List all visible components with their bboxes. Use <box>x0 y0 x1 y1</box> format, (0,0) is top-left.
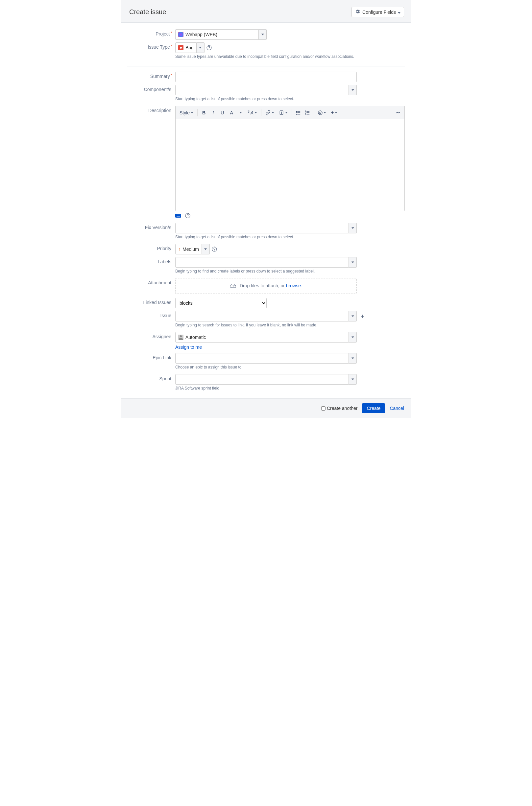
svg-rect-18 <box>176 215 180 215</box>
issue-helper: Begin typing to search for issues to lin… <box>175 323 405 327</box>
summary-input[interactable] <box>175 72 357 82</box>
svg-rect-14 <box>306 114 309 114</box>
assignee-dropdown-caret[interactable] <box>349 332 357 343</box>
epic-link-select[interactable] <box>175 353 349 364</box>
cancel-button[interactable]: Cancel <box>390 406 404 411</box>
assignee-row: Assignee Automatic Assign to me <box>127 332 405 350</box>
bullet-list-button[interactable] <box>294 108 303 117</box>
add-linked-issue-button[interactable]: + <box>359 313 366 320</box>
assign-to-me-link[interactable]: Assign to me <box>175 345 202 350</box>
cloud-upload-icon <box>230 283 236 289</box>
priority-dropdown-caret[interactable] <box>202 244 210 254</box>
create-button[interactable]: Create <box>362 403 385 413</box>
issue-type-dropdown-caret[interactable] <box>197 42 205 53</box>
priority-row: Priority ↑ Medium <box>127 244 405 254</box>
project-dropdown-caret[interactable] <box>259 29 267 40</box>
sprint-label: Sprint <box>127 374 175 392</box>
components-row: Component/s Start typing to get a list o… <box>127 85 405 103</box>
svg-point-23 <box>214 250 214 250</box>
components-select[interactable] <box>175 85 349 95</box>
issue-dropdown-caret[interactable] <box>349 311 357 322</box>
svg-point-17 <box>321 112 321 112</box>
issue-type-select[interactable]: Bug <box>175 42 197 53</box>
configure-fields-button[interactable]: Configure Fields <box>352 7 404 17</box>
fix-versions-select[interactable] <box>175 223 349 233</box>
labels-select[interactable] <box>175 257 349 268</box>
visual-mode-icon[interactable] <box>175 214 181 217</box>
create-another-label[interactable]: Create another <box>321 406 357 411</box>
priority-value: Medium <box>183 247 199 252</box>
svg-rect-4 <box>297 111 300 111</box>
components-dropdown-caret[interactable] <box>349 85 357 95</box>
project-select[interactable]: Webapp (WEB) <box>175 29 259 40</box>
assignee-value: Automatic <box>186 334 206 340</box>
linked-issues-select[interactable]: blocks <box>175 298 267 308</box>
issue-select[interactable] <box>175 311 349 322</box>
attachment-browse-link[interactable]: browse <box>286 283 301 288</box>
priority-select[interactable]: ↑ Medium <box>175 244 202 254</box>
create-another-checkbox[interactable] <box>321 406 325 410</box>
attachment-drop-text: Drop files to attach, or <box>240 283 286 288</box>
emoji-button[interactable] <box>316 108 328 117</box>
issue-label: Issue <box>127 311 175 329</box>
sprint-dropdown-caret[interactable] <box>349 374 357 385</box>
priority-medium-icon: ↑ <box>178 247 180 252</box>
dialog-header: Create issue Configure Fields <box>121 0 411 23</box>
svg-point-5 <box>296 112 297 113</box>
assignee-select[interactable]: Automatic <box>175 332 349 343</box>
labels-label: Labels <box>127 257 175 275</box>
create-issue-dialog: Create issue Configure Fields Project* W… <box>121 0 411 418</box>
svg-point-1 <box>209 49 209 49</box>
attachment-row: Attachment Drop files to attach, or brow… <box>127 278 405 294</box>
editor-toolbar: Style B I U A 3A 123 + <box>175 106 405 119</box>
svg-point-7 <box>296 114 297 115</box>
text-color-button[interactable]: A <box>227 108 236 117</box>
svg-rect-10 <box>306 111 309 111</box>
svg-point-3 <box>296 111 297 112</box>
epic-link-label: Epic Link <box>127 353 175 371</box>
labels-dropdown-caret[interactable] <box>349 257 357 268</box>
numbered-list-button[interactable]: 123 <box>303 108 312 117</box>
editor-help-icon[interactable] <box>185 213 190 218</box>
epic-link-row: Epic Link Choose an epic to assign this … <box>127 353 405 371</box>
svg-rect-6 <box>297 112 300 113</box>
epic-link-dropdown-caret[interactable] <box>349 353 357 364</box>
description-editor[interactable] <box>175 119 405 211</box>
description-row: Description Style B I U A 3A 123 <box>127 106 405 218</box>
underline-button[interactable]: U <box>218 108 227 117</box>
svg-rect-19 <box>176 216 180 217</box>
italic-button[interactable]: I <box>209 108 217 117</box>
clear-formatting-button[interactable]: 3A <box>246 108 259 117</box>
attachment-dropzone[interactable]: Drop files to attach, or browse. <box>175 278 357 294</box>
fix-versions-dropdown-caret[interactable] <box>349 223 357 233</box>
sprint-row: Sprint JIRA Software sprint field <box>127 374 405 392</box>
issue-row: Issue + Begin typing to search for issue… <box>127 311 405 329</box>
text-color-caret[interactable] <box>236 108 245 117</box>
bug-icon <box>178 45 184 50</box>
issue-type-helper: Some issue types are unavailable due to … <box>175 54 405 59</box>
fix-versions-helper: Start typing to get a list of possible m… <box>175 235 405 239</box>
attachment-button[interactable] <box>277 108 290 117</box>
svg-rect-8 <box>297 114 300 114</box>
description-label: Description <box>127 106 175 218</box>
summary-row: Summary* <box>127 72 405 82</box>
attachment-label: Attachment <box>127 278 175 294</box>
issue-type-help-icon[interactable] <box>207 45 212 50</box>
issue-type-row: Issue Type* Bug Some issue types are una… <box>127 42 405 61</box>
insert-more-button[interactable]: + <box>329 108 339 117</box>
collapse-toolbar-button[interactable] <box>394 108 402 117</box>
style-dropdown[interactable]: Style <box>177 108 195 117</box>
form-body: Project* Webapp (WEB) Issue Type* <box>121 23 411 398</box>
labels-row: Labels Begin typing to find and create l… <box>127 257 405 275</box>
fix-versions-row: Fix Version/s Start typing to get a list… <box>127 223 405 241</box>
project-label: Project* <box>127 29 175 40</box>
sprint-select[interactable] <box>175 374 349 385</box>
dialog-title: Create issue <box>129 8 166 16</box>
bold-button[interactable]: B <box>200 108 208 117</box>
priority-help-icon[interactable] <box>212 247 217 252</box>
user-icon <box>178 334 184 340</box>
svg-text:3: 3 <box>305 113 306 115</box>
link-button[interactable] <box>263 108 276 117</box>
assignee-label: Assignee <box>127 332 175 350</box>
fix-versions-label: Fix Version/s <box>127 223 175 241</box>
